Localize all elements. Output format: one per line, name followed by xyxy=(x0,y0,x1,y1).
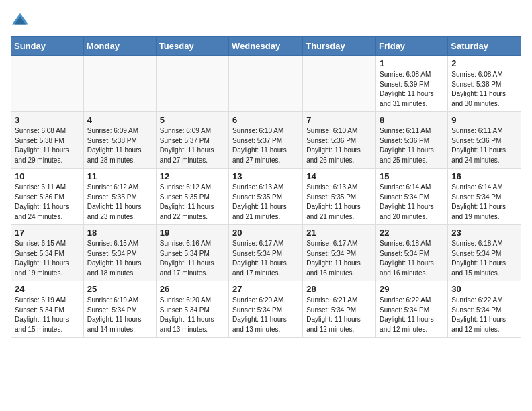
day-info: Sunrise: 6:19 AM Sunset: 5:34 PM Dayligh… xyxy=(15,295,80,334)
calendar-cell: 15Sunrise: 6:14 AM Sunset: 5:34 PM Dayli… xyxy=(376,169,448,225)
calendar-cell: 17Sunrise: 6:15 AM Sunset: 5:34 PM Dayli… xyxy=(11,225,84,281)
day-number: 3 xyxy=(15,115,80,125)
calendar-cell: 28Sunrise: 6:21 AM Sunset: 5:34 PM Dayli… xyxy=(303,281,376,338)
weekday-tuesday: Tuesday xyxy=(156,37,228,56)
day-info: Sunrise: 6:12 AM Sunset: 5:35 PM Dayligh… xyxy=(87,183,152,222)
day-info: Sunrise: 6:19 AM Sunset: 5:34 PM Dayligh… xyxy=(87,295,152,334)
day-number: 23 xyxy=(451,228,517,238)
day-info: Sunrise: 6:17 AM Sunset: 5:34 PM Dayligh… xyxy=(306,239,372,278)
logo xyxy=(11,11,32,30)
week-row-5: 24Sunrise: 6:19 AM Sunset: 5:34 PM Dayli… xyxy=(11,281,521,338)
week-row-1: 1Sunrise: 6:08 AM Sunset: 5:39 PM Daylig… xyxy=(11,56,521,112)
day-number: 20 xyxy=(232,228,299,238)
calendar-cell: 9Sunrise: 6:11 AM Sunset: 5:36 PM Daylig… xyxy=(448,112,521,169)
day-info: Sunrise: 6:14 AM Sunset: 5:34 PM Dayligh… xyxy=(380,183,444,222)
calendar-cell: 2Sunrise: 6:08 AM Sunset: 5:38 PM Daylig… xyxy=(448,56,521,112)
calendar-cell: 16Sunrise: 6:14 AM Sunset: 5:34 PM Dayli… xyxy=(448,169,521,225)
day-info: Sunrise: 6:08 AM Sunset: 5:38 PM Dayligh… xyxy=(15,126,80,165)
logo-icon xyxy=(11,11,30,30)
calendar-cell: 6Sunrise: 6:10 AM Sunset: 5:37 PM Daylig… xyxy=(229,112,303,169)
day-info: Sunrise: 6:21 AM Sunset: 5:34 PM Dayligh… xyxy=(306,295,372,334)
week-row-4: 17Sunrise: 6:15 AM Sunset: 5:34 PM Dayli… xyxy=(11,225,521,281)
day-info: Sunrise: 6:09 AM Sunset: 5:38 PM Dayligh… xyxy=(87,126,152,165)
weekday-wednesday: Wednesday xyxy=(229,37,303,56)
day-number: 30 xyxy=(451,284,517,294)
day-number: 6 xyxy=(232,115,299,125)
day-info: Sunrise: 6:09 AM Sunset: 5:37 PM Dayligh… xyxy=(160,126,225,165)
calendar-cell: 3Sunrise: 6:08 AM Sunset: 5:38 PM Daylig… xyxy=(11,112,84,169)
day-info: Sunrise: 6:11 AM Sunset: 5:36 PM Dayligh… xyxy=(380,126,444,165)
calendar-cell xyxy=(156,56,228,112)
day-number: 24 xyxy=(15,284,80,294)
calendar-cell: 18Sunrise: 6:15 AM Sunset: 5:34 PM Dayli… xyxy=(83,225,156,281)
page-header xyxy=(11,11,521,30)
day-number: 21 xyxy=(306,228,372,238)
day-number: 15 xyxy=(380,171,444,181)
day-number: 19 xyxy=(160,228,225,238)
week-row-2: 3Sunrise: 6:08 AM Sunset: 5:38 PM Daylig… xyxy=(11,112,521,169)
day-number: 26 xyxy=(160,284,225,294)
day-number: 8 xyxy=(380,115,444,125)
day-number: 14 xyxy=(306,171,372,181)
weekday-friday: Friday xyxy=(376,37,448,56)
weekday-monday: Monday xyxy=(83,37,156,56)
day-number: 7 xyxy=(306,115,372,125)
calendar-cell: 11Sunrise: 6:12 AM Sunset: 5:35 PM Dayli… xyxy=(83,169,156,225)
weekday-thursday: Thursday xyxy=(303,37,376,56)
week-row-3: 10Sunrise: 6:11 AM Sunset: 5:36 PM Dayli… xyxy=(11,169,521,225)
calendar-cell: 8Sunrise: 6:11 AM Sunset: 5:36 PM Daylig… xyxy=(376,112,448,169)
calendar-cell: 24Sunrise: 6:19 AM Sunset: 5:34 PM Dayli… xyxy=(11,281,84,338)
day-number: 28 xyxy=(306,284,372,294)
calendar-cell: 13Sunrise: 6:13 AM Sunset: 5:35 PM Dayli… xyxy=(229,169,303,225)
day-info: Sunrise: 6:15 AM Sunset: 5:34 PM Dayligh… xyxy=(87,239,152,278)
day-number: 13 xyxy=(232,171,299,181)
calendar-cell: 12Sunrise: 6:12 AM Sunset: 5:35 PM Dayli… xyxy=(156,169,228,225)
calendar-cell: 5Sunrise: 6:09 AM Sunset: 5:37 PM Daylig… xyxy=(156,112,228,169)
day-info: Sunrise: 6:10 AM Sunset: 5:36 PM Dayligh… xyxy=(306,126,372,165)
day-number: 18 xyxy=(87,228,152,238)
day-info: Sunrise: 6:17 AM Sunset: 5:34 PM Dayligh… xyxy=(232,239,299,278)
day-number: 11 xyxy=(87,171,152,181)
day-number: 17 xyxy=(15,228,80,238)
calendar-cell: 14Sunrise: 6:13 AM Sunset: 5:35 PM Dayli… xyxy=(303,169,376,225)
calendar-cell xyxy=(83,56,156,112)
day-number: 22 xyxy=(380,228,444,238)
day-number: 9 xyxy=(451,115,517,125)
calendar-table: SundayMondayTuesdayWednesdayThursdayFrid… xyxy=(11,36,521,338)
day-info: Sunrise: 6:14 AM Sunset: 5:34 PM Dayligh… xyxy=(451,183,517,222)
day-info: Sunrise: 6:12 AM Sunset: 5:35 PM Dayligh… xyxy=(160,183,225,222)
calendar-cell: 7Sunrise: 6:10 AM Sunset: 5:36 PM Daylig… xyxy=(303,112,376,169)
day-info: Sunrise: 6:13 AM Sunset: 5:35 PM Dayligh… xyxy=(306,183,372,222)
day-number: 29 xyxy=(380,284,444,294)
calendar-cell: 19Sunrise: 6:16 AM Sunset: 5:34 PM Dayli… xyxy=(156,225,228,281)
calendar-cell: 27Sunrise: 6:20 AM Sunset: 5:34 PM Dayli… xyxy=(229,281,303,338)
day-info: Sunrise: 6:18 AM Sunset: 5:34 PM Dayligh… xyxy=(451,239,517,278)
day-number: 27 xyxy=(232,284,299,294)
calendar-cell: 1Sunrise: 6:08 AM Sunset: 5:39 PM Daylig… xyxy=(376,56,448,112)
day-number: 5 xyxy=(160,115,225,125)
calendar-cell: 29Sunrise: 6:22 AM Sunset: 5:34 PM Dayli… xyxy=(376,281,448,338)
day-info: Sunrise: 6:11 AM Sunset: 5:36 PM Dayligh… xyxy=(451,126,517,165)
calendar-cell: 10Sunrise: 6:11 AM Sunset: 5:36 PM Dayli… xyxy=(11,169,84,225)
calendar-cell: 30Sunrise: 6:22 AM Sunset: 5:34 PM Dayli… xyxy=(448,281,521,338)
weekday-saturday: Saturday xyxy=(448,37,521,56)
day-info: Sunrise: 6:13 AM Sunset: 5:35 PM Dayligh… xyxy=(232,183,299,222)
day-info: Sunrise: 6:10 AM Sunset: 5:37 PM Dayligh… xyxy=(232,126,299,165)
weekday-header-row: SundayMondayTuesdayWednesdayThursdayFrid… xyxy=(11,37,521,56)
day-info: Sunrise: 6:20 AM Sunset: 5:34 PM Dayligh… xyxy=(160,295,225,334)
day-info: Sunrise: 6:16 AM Sunset: 5:34 PM Dayligh… xyxy=(160,239,225,278)
weekday-sunday: Sunday xyxy=(11,37,84,56)
day-info: Sunrise: 6:22 AM Sunset: 5:34 PM Dayligh… xyxy=(451,295,517,334)
calendar-cell xyxy=(11,56,84,112)
calendar-cell: 26Sunrise: 6:20 AM Sunset: 5:34 PM Dayli… xyxy=(156,281,228,338)
calendar-cell xyxy=(229,56,303,112)
day-number: 12 xyxy=(160,171,225,181)
day-info: Sunrise: 6:22 AM Sunset: 5:34 PM Dayligh… xyxy=(380,295,444,334)
calendar-cell: 23Sunrise: 6:18 AM Sunset: 5:34 PM Dayli… xyxy=(448,225,521,281)
calendar-cell: 22Sunrise: 6:18 AM Sunset: 5:34 PM Dayli… xyxy=(376,225,448,281)
day-info: Sunrise: 6:15 AM Sunset: 5:34 PM Dayligh… xyxy=(15,239,80,278)
calendar-cell xyxy=(303,56,376,112)
day-info: Sunrise: 6:18 AM Sunset: 5:34 PM Dayligh… xyxy=(380,239,444,278)
calendar-cell: 21Sunrise: 6:17 AM Sunset: 5:34 PM Dayli… xyxy=(303,225,376,281)
day-info: Sunrise: 6:08 AM Sunset: 5:38 PM Dayligh… xyxy=(451,70,517,109)
